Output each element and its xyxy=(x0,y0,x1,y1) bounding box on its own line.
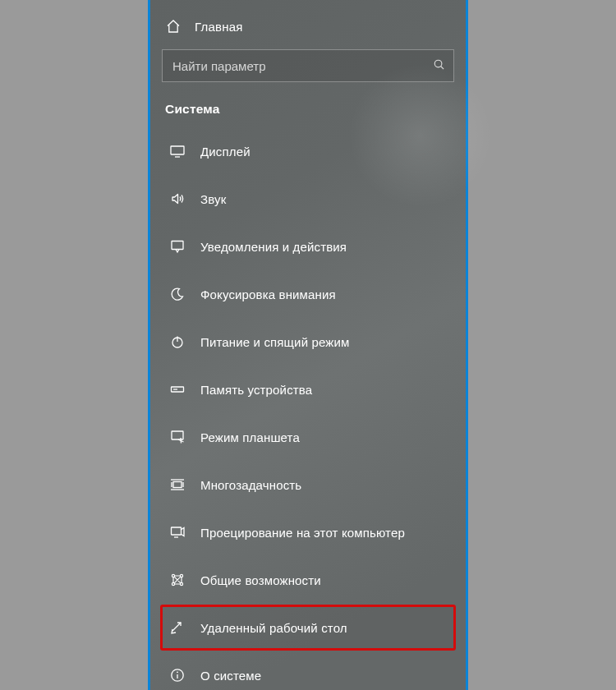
sidebar-item-projecting[interactable]: Проецирование на этот компьютер xyxy=(160,509,456,555)
home-link[interactable]: Главная xyxy=(160,15,456,49)
tablet-icon xyxy=(169,429,186,445)
sidebar-item-tablet-mode[interactable]: Режим планшета xyxy=(160,414,456,460)
projecting-icon xyxy=(169,524,186,540)
sidebar-item-label: Память устройства xyxy=(200,383,312,397)
info-icon xyxy=(169,667,186,683)
shared-experiences-icon xyxy=(169,572,186,588)
sidebar-item-display[interactable]: Дисплей xyxy=(160,128,456,174)
search-input[interactable] xyxy=(172,59,433,73)
remote-desktop-icon xyxy=(169,619,186,636)
sidebar-item-focus-assist[interactable]: Фокусировка внимания xyxy=(160,271,456,317)
moon-icon xyxy=(169,286,186,302)
svg-point-18 xyxy=(180,574,182,577)
svg-rect-15 xyxy=(172,527,182,535)
sidebar-item-label: Общие возможности xyxy=(200,573,321,587)
sidebar-item-sound[interactable]: Звук xyxy=(160,176,456,222)
svg-line-1 xyxy=(441,67,444,69)
svg-rect-12 xyxy=(173,482,182,488)
svg-rect-2 xyxy=(171,146,184,154)
sidebar-item-label: Звук xyxy=(200,192,226,206)
sidebar-item-storage[interactable]: Память устройства xyxy=(160,366,456,412)
power-icon xyxy=(169,334,186,350)
sidebar-item-label: Проецирование на этот компьютер xyxy=(200,526,405,540)
sidebar-item-label: О системе xyxy=(200,669,261,683)
home-icon xyxy=(165,18,182,34)
display-icon xyxy=(169,143,186,159)
search-icon xyxy=(433,58,445,73)
sidebar-item-remote-desktop[interactable]: Удаленный рабочий стол xyxy=(160,605,456,651)
multitasking-icon xyxy=(169,476,186,493)
sidebar-item-label: Многозадачность xyxy=(200,478,301,492)
settings-sidebar: Главная Система Дисплей xyxy=(148,0,468,690)
sidebar-item-label: Уведомления и действия xyxy=(200,240,347,254)
sidebar-item-about[interactable]: О системе xyxy=(160,652,456,690)
sidebar-item-notifications[interactable]: Уведомления и действия xyxy=(160,223,456,269)
svg-point-17 xyxy=(172,574,174,577)
search-box[interactable] xyxy=(162,49,454,82)
svg-point-19 xyxy=(172,582,174,585)
svg-point-23 xyxy=(177,671,178,673)
home-label: Главная xyxy=(195,20,243,34)
sidebar-item-label: Фокусировка внимания xyxy=(200,288,336,301)
notifications-icon xyxy=(169,238,186,255)
sidebar-item-shared-experiences[interactable]: Общие возможности xyxy=(160,557,456,603)
svg-point-20 xyxy=(180,582,182,585)
svg-rect-4 xyxy=(172,242,183,250)
sidebar-item-multitasking[interactable]: Многозадачность xyxy=(160,462,456,508)
sidebar-item-power-sleep[interactable]: Питание и спящий режим xyxy=(160,319,456,365)
sidebar-item-label: Питание и спящий режим xyxy=(200,335,349,349)
svg-rect-9 xyxy=(172,431,183,439)
section-title: Система xyxy=(160,102,456,128)
storage-icon xyxy=(169,381,186,398)
svg-point-0 xyxy=(434,60,442,67)
sidebar-item-label: Удаленный рабочий стол xyxy=(200,621,347,635)
sidebar-item-label: Режим планшета xyxy=(200,430,300,444)
sidebar-item-label: Дисплей xyxy=(200,145,251,159)
sound-icon xyxy=(169,191,186,207)
